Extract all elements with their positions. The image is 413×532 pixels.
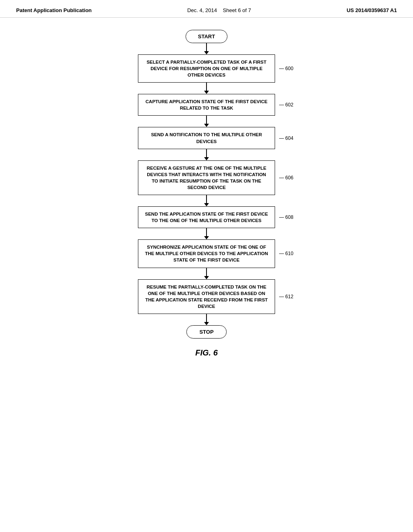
arrow-head <box>204 91 209 94</box>
step-608-box: SEND THE APPLICATION STATE OF THE FIRST … <box>138 206 275 228</box>
arrow-line <box>206 314 207 322</box>
page-header: Patent Application Publication Dec. 4, 2… <box>0 0 413 18</box>
step-600-box: SELECT A PARTIALLY-COMPLETED TASK OF A F… <box>138 54 275 83</box>
arrow-3 <box>204 149 209 160</box>
arrow-line <box>206 83 207 91</box>
arrow-line <box>206 43 207 51</box>
header-right: US 2014/0359637 A1 <box>346 7 397 13</box>
main-content: START SELECT A PARTIALLY-COMPLETED TASK … <box>0 18 413 366</box>
step-604-box: SEND A NOTIFICATION TO THE MULTIPLE OTHE… <box>138 127 275 149</box>
arrow-5 <box>204 228 209 239</box>
step-610-box: SYNCHRONIZE APPLICATION STATE OF THE ONE… <box>138 239 275 268</box>
stop-terminal: STOP <box>186 325 227 339</box>
arrow-0 <box>204 43 209 54</box>
arrow-head <box>204 322 209 325</box>
step-604-label: — 604 <box>279 135 293 141</box>
step-608-label: — 608 <box>279 214 293 220</box>
figure-caption: FIG. 6 <box>195 348 218 357</box>
arrow-line <box>206 195 207 203</box>
step-600-label: — 600 <box>279 66 293 71</box>
arrow-6 <box>204 268 209 279</box>
step-row-600: SELECT A PARTIALLY-COMPLETED TASK OF A F… <box>102 54 311 83</box>
arrow-head <box>204 276 209 279</box>
header-left: Patent Application Publication <box>16 7 92 13</box>
arrow-head <box>204 157 209 160</box>
arrow-line <box>206 149 207 157</box>
start-row: START <box>102 30 311 43</box>
arrow-head <box>204 203 209 206</box>
header-date: Dec. 4, 2014 <box>187 7 217 13</box>
start-terminal: START <box>186 30 227 43</box>
step-row-608: SEND THE APPLICATION STATE OF THE FIRST … <box>102 206 311 228</box>
arrow-2 <box>204 116 209 127</box>
step-610-label: — 610 <box>279 251 293 256</box>
arrow-1 <box>204 83 209 94</box>
arrow-line <box>206 116 207 124</box>
step-row-612: RESUME THE PARTIALLY-COMPLETED TASK ON T… <box>102 279 311 314</box>
step-612-label: — 612 <box>279 294 293 299</box>
arrow-head <box>204 236 209 239</box>
header-center: Dec. 4, 2014 Sheet 6 of 7 <box>187 7 251 13</box>
arrow-head <box>204 51 209 54</box>
step-row-610: SYNCHRONIZE APPLICATION STATE OF THE ONE… <box>102 239 311 268</box>
step-row-606: RECEIVE A GESTURE AT THE ONE OF THE MULT… <box>102 160 311 195</box>
stop-row: STOP <box>102 325 311 339</box>
step-606-box: RECEIVE A GESTURE AT THE ONE OF THE MULT… <box>138 160 275 195</box>
arrow-head <box>204 124 209 127</box>
arrow-line <box>206 268 207 276</box>
header-sheet: Sheet 6 of 7 <box>223 7 251 13</box>
arrow-7 <box>204 314 209 325</box>
arrow-4 <box>204 195 209 206</box>
flowchart: START SELECT A PARTIALLY-COMPLETED TASK … <box>102 30 311 339</box>
step-612-box: RESUME THE PARTIALLY-COMPLETED TASK ON T… <box>138 279 275 314</box>
step-row-602: CAPTURE APPLICATION STATE OF THE FIRST D… <box>102 94 311 116</box>
step-row-604: SEND A NOTIFICATION TO THE MULTIPLE OTHE… <box>102 127 311 149</box>
step-606-label: — 606 <box>279 175 293 181</box>
step-602-box: CAPTURE APPLICATION STATE OF THE FIRST D… <box>138 94 275 116</box>
step-602-label: — 602 <box>279 102 293 108</box>
arrow-line <box>206 228 207 236</box>
